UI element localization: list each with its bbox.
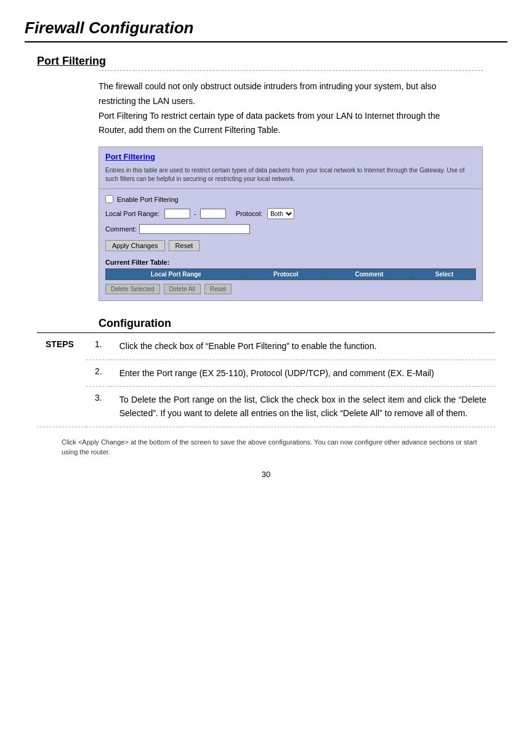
- page-number: 30: [25, 470, 507, 479]
- comment-row: Comment:: [105, 224, 476, 234]
- step-1-text: Click the check box of “Enable Port Filt…: [111, 333, 495, 360]
- step-1-num: 1.: [86, 333, 111, 360]
- apply-changes-button[interactable]: Apply Changes: [105, 240, 165, 251]
- col-local-port-range: Local Port Range: [106, 269, 247, 280]
- section-heading-port-filtering: Port Filtering: [37, 55, 507, 68]
- port-filtering-description: The firewall could not only obstruct out…: [99, 79, 468, 138]
- enable-checkbox[interactable]: [105, 195, 113, 203]
- step-3-num: 3.: [86, 386, 111, 427]
- enable-label: Enable Port Filtering: [117, 196, 179, 203]
- protocol-label-text: Protocol:: [236, 210, 262, 217]
- config-heading: Configuration: [99, 317, 495, 330]
- step-2-text: Enter the Port range (EX 25-110), Protoc…: [111, 360, 495, 386]
- footer-note: Click <Apply Change> at the bottom of th…: [62, 437, 483, 457]
- local-port-label: Local Port Range:: [105, 210, 159, 217]
- enable-row: Enable Port Filtering: [105, 195, 476, 203]
- reset-button[interactable]: Reset: [169, 240, 200, 251]
- reset-button-2[interactable]: Reset: [204, 284, 232, 294]
- section-divider-port-filtering: [99, 70, 483, 71]
- port-separator: -: [194, 210, 196, 217]
- step-1-row: STEPS 1. Click the check box of “Enable …: [37, 333, 495, 360]
- current-filter-label: Current Filter Table:: [105, 259, 476, 266]
- col-comment: Comment: [326, 269, 413, 280]
- col-select: Select: [413, 269, 476, 280]
- port-range-row: Local Port Range: - Protocol: Both TCP U…: [105, 208, 476, 219]
- comment-label: Comment:: [105, 225, 137, 233]
- step-3-row: 3. To Delete the Port range on the list,…: [37, 386, 495, 427]
- delete-all-button[interactable]: Delete All: [164, 284, 201, 294]
- step-2-row: 2. Enter the Port range (EX 25-110), Pro…: [37, 360, 495, 386]
- steps-table: STEPS 1. Click the check box of “Enable …: [37, 333, 495, 427]
- port-filtering-panel: Port Filtering Entries in this table are…: [99, 147, 483, 301]
- filter-table: Local Port Range Protocol Comment Select: [105, 268, 476, 280]
- port-end-input[interactable]: [200, 209, 226, 219]
- panel-description: Entries in this table are used to restri…: [99, 164, 482, 189]
- step-3-text: To Delete the Port range on the list, Cl…: [111, 386, 495, 427]
- description-text-2: Port Filtering To restrict certain type …: [99, 109, 468, 139]
- page-title: Firewall Configuration: [25, 18, 507, 38]
- port-start-input[interactable]: [164, 209, 190, 219]
- protocol-select[interactable]: Both TCP UDP: [267, 208, 294, 219]
- title-divider: [25, 41, 507, 42]
- comment-input[interactable]: [139, 224, 250, 234]
- delete-row: Delete Selected Delete All Reset: [105, 284, 476, 294]
- step-2-num: 2.: [86, 360, 111, 386]
- panel-title: Port Filtering: [99, 147, 482, 164]
- steps-label: STEPS: [37, 333, 86, 427]
- panel-body: Enable Port Filtering Local Port Range: …: [99, 189, 482, 300]
- table-header-row: Local Port Range Protocol Comment Select: [106, 269, 476, 280]
- col-protocol: Protocol: [246, 269, 326, 280]
- delete-selected-button[interactable]: Delete Selected: [105, 284, 160, 294]
- description-text-1: The firewall could not only obstruct out…: [99, 79, 468, 109]
- apply-reset-row: Apply Changes Reset: [105, 240, 476, 251]
